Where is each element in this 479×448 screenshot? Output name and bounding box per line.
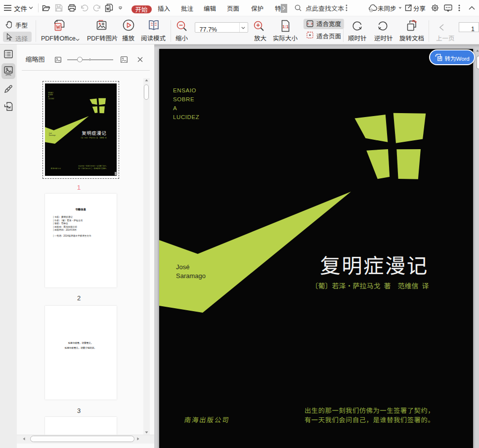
svg-text:1:1: 1:1	[282, 23, 289, 29]
